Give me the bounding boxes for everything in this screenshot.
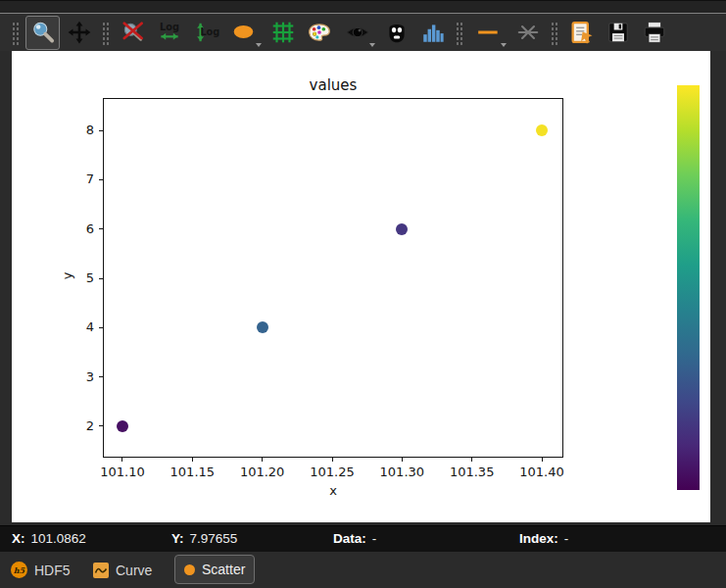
x-axis-tick — [471, 458, 472, 462]
y-axis-tick-label: 8 — [57, 122, 94, 137]
asterisk-icon — [515, 20, 541, 45]
floppy-save-icon — [605, 20, 631, 45]
pan-arrows-icon — [67, 20, 92, 45]
y-log-scale-button[interactable]: Log — [188, 16, 222, 50]
scatter-point[interactable] — [536, 124, 548, 136]
x-axis-tick-label: 101.30 — [372, 465, 431, 479]
x-axis-tick-label: 101.25 — [303, 465, 362, 479]
status-data: Data:- — [333, 531, 376, 546]
scatter-point[interactable] — [396, 223, 408, 235]
magnifier-icon — [30, 20, 56, 45]
toolbar-drag-handle-icon — [12, 21, 20, 45]
y-axis-tick-label: 5 — [57, 270, 94, 285]
x-log-scale-button[interactable]: Log — [152, 16, 186, 50]
x-axis-tick — [121, 458, 122, 462]
y-axis-tick-label: 2 — [57, 418, 94, 433]
tab-hdf5[interactable]: h5 HDF5 — [11, 552, 71, 588]
y-axis-tick-label: 4 — [57, 319, 94, 334]
plot-canvas[interactable]: values x y 101.10101.15101.20101.25101.3… — [12, 51, 710, 522]
status-index: Index:- — [519, 531, 568, 546]
scatter-point[interactable] — [117, 420, 128, 432]
printer-icon — [642, 20, 667, 45]
x-log-icon: Log — [156, 20, 183, 45]
x-axis-tick-label: 101.20 — [233, 465, 292, 479]
x-axis-tick-label: 101.40 — [512, 465, 571, 479]
x-axis-tick — [192, 458, 193, 462]
y-axis-tick — [99, 179, 103, 180]
scatter-style-button[interactable] — [224, 16, 264, 50]
copy-button[interactable] — [564, 16, 599, 50]
clipboard-copy-icon — [568, 19, 596, 46]
tab-scatter-label: Scatter — [202, 562, 245, 577]
y-axis-tick-label: 6 — [57, 221, 94, 236]
pan-mode-button[interactable] — [62, 16, 96, 50]
y-axis-tick — [99, 425, 103, 426]
status-y: Y:7.97655 — [171, 531, 237, 546]
window-top-strip — [0, 0, 726, 13]
y-axis-tick — [99, 278, 103, 279]
status-x-value: 101.0862 — [31, 531, 86, 546]
palette-icon — [306, 20, 333, 45]
eye-icon — [344, 20, 371, 45]
axes-box — [103, 98, 563, 458]
status-index-value: - — [564, 531, 569, 546]
plot-toolbar: Log Log — [0, 14, 726, 51]
tab-curve[interactable]: Curve — [93, 552, 152, 588]
save-button[interactable] — [601, 16, 635, 50]
y-axis-tick — [99, 376, 103, 377]
x-axis-label: x — [103, 483, 563, 498]
line-style-icon — [476, 20, 502, 45]
x-axis-tick — [332, 458, 333, 462]
x-axis-tick-label: 101.15 — [163, 465, 221, 479]
x-axis-tick-label: 101.35 — [443, 465, 502, 479]
curve-icon — [93, 563, 109, 578]
statusbar: X:101.0862 Y:7.97655 Data:- Index:- — [0, 525, 726, 552]
chevron-down-icon — [501, 43, 507, 47]
status-x: X:101.0862 — [12, 531, 86, 546]
curve-style-button[interactable] — [469, 16, 508, 50]
colorbar[interactable] — [677, 85, 700, 490]
y-axis-tick-label: 7 — [57, 172, 94, 186]
plot-title: values — [103, 76, 563, 94]
svg-text:Log: Log — [200, 26, 219, 37]
mask-tool-button[interactable] — [379, 16, 413, 50]
tab-hdf5-label: HDF5 — [34, 563, 71, 578]
print-button[interactable] — [637, 16, 671, 50]
grid-icon — [270, 20, 296, 45]
colormap-button[interactable] — [302, 16, 336, 50]
mask-icon — [384, 20, 410, 45]
scatter-point[interactable] — [257, 321, 268, 333]
y-axis-tick — [99, 228, 103, 229]
symbol-button[interactable] — [510, 16, 545, 50]
y-axis-tick — [99, 130, 103, 131]
zoom-reset-button[interactable] — [116, 16, 150, 50]
histogram-button[interactable] — [415, 16, 450, 50]
tab-curve-label: Curve — [116, 563, 152, 578]
hdf5-icon: h5 — [11, 562, 27, 578]
plot-window: Log Log — [0, 0, 726, 588]
scatter-dot-icon — [184, 564, 195, 575]
svg-text:Log: Log — [160, 22, 179, 32]
x-axis-tick — [262, 458, 263, 462]
y-axis-tick-label: 3 — [57, 369, 94, 384]
toolbar-drag-handle-icon — [551, 21, 558, 45]
status-data-value: - — [372, 531, 377, 546]
ellipse-style-icon — [230, 20, 258, 45]
status-y-value: 7.97655 — [190, 531, 238, 546]
chevron-down-icon — [369, 43, 375, 47]
status-y-label: Y: — [171, 531, 184, 546]
tab-scatter[interactable]: Scatter — [174, 555, 255, 584]
toolbar-drag-handle-icon — [456, 21, 463, 45]
chevron-down-icon — [256, 43, 262, 47]
histogram-icon — [420, 20, 446, 45]
y-axis-tick — [99, 327, 103, 328]
status-index-label: Index: — [519, 531, 558, 546]
y-log-icon: Log — [192, 20, 219, 45]
tabbar: h5 HDF5 Curve Scatter — [0, 552, 726, 588]
status-data-label: Data: — [333, 531, 366, 546]
toolbar-drag-handle-icon — [102, 21, 110, 45]
zoom-mode-button[interactable] — [25, 16, 60, 50]
grid-toggle-button[interactable] — [266, 16, 300, 50]
visualization-button[interactable] — [338, 16, 377, 50]
x-axis-tick — [542, 458, 543, 462]
